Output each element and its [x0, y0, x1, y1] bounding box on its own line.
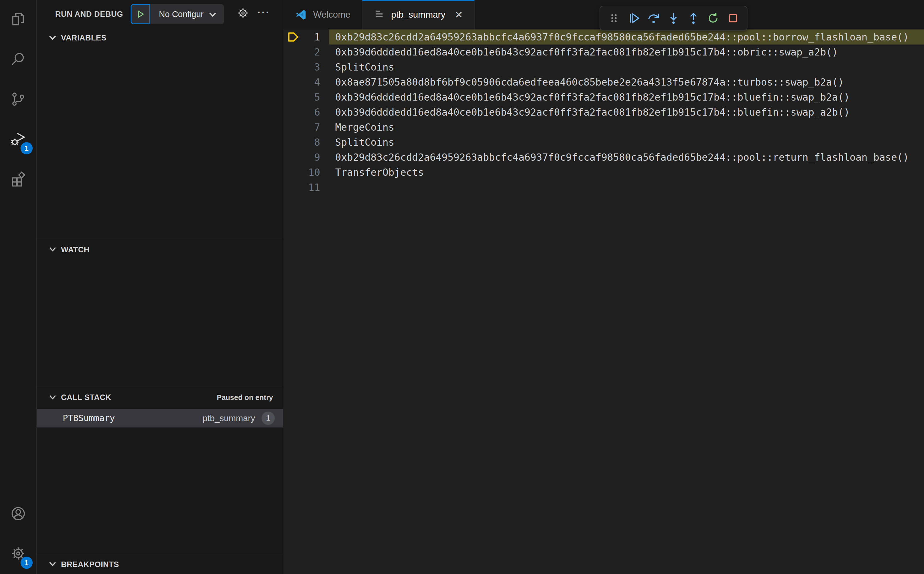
chevron-down-icon	[49, 246, 56, 253]
line-number: 3	[304, 61, 320, 73]
call-stack-label: CALL STACK	[61, 393, 111, 402]
code-line-text[interactable]: 0x8ae871505a80d8bf6bf9c05906cda6edfeea46…	[329, 74, 924, 90]
gutter[interactable]: 10	[283, 165, 329, 180]
sidebar-item-search[interactable]	[0, 40, 37, 80]
code-line-text[interactable]	[329, 180, 924, 195]
code-line-4: 4 0x8ae871505a80d8bf6bf9c05906cda6edfeea…	[283, 74, 924, 90]
code-line-text[interactable]: SplitCoins	[329, 60, 924, 74]
frame-name: PTBSummary	[63, 413, 115, 423]
chevron-down-icon	[49, 394, 56, 401]
tab-ptb-summary-label: ptb_summary	[391, 9, 445, 20]
watch-section-header[interactable]: WATCH	[37, 240, 283, 259]
code-line-5: 5 0xb39d6dddedd16ed8a40ce0b1e6b43c92acf0…	[283, 90, 924, 105]
paused-status-text: Paused on entry	[217, 393, 273, 402]
gutter[interactable]: 3	[283, 60, 329, 74]
code-line-6: 6 0xb39d6dddedd16ed8a40ce0b1e6b43c92acf0…	[283, 105, 924, 120]
play-icon	[135, 9, 145, 19]
line-number: 4	[304, 76, 320, 88]
sidebar-title: RUN AND DEBUG	[55, 10, 123, 19]
manage-button[interactable]: 1	[0, 534, 37, 574]
code-line-text[interactable]: MergeCoins	[329, 120, 924, 135]
activity-bar-bottom: 1	[0, 494, 37, 574]
code-line-text[interactable]: SplitCoins	[329, 135, 924, 150]
sidebar-item-source-control[interactable]	[0, 80, 37, 120]
gutter[interactable]: 2	[283, 44, 329, 60]
call-stack-section-header[interactable]: CALL STACK Paused on entry	[37, 388, 283, 407]
stop-button[interactable]	[725, 10, 741, 27]
gutter[interactable]: 4	[283, 74, 329, 90]
step-into-button[interactable]	[665, 10, 682, 27]
configuration-dropdown[interactable]: No Configur	[150, 4, 224, 24]
files-icon	[10, 11, 26, 28]
accounts-button[interactable]	[0, 494, 37, 534]
frame-source-file: ptb_summary	[203, 413, 255, 423]
debug-toolbar	[600, 6, 748, 31]
line-number: 10	[304, 167, 320, 178]
code-line-text[interactable]: 0xb39d6dddedd16ed8a40ce0b1e6b43c92acf0ff…	[329, 44, 924, 60]
vscode-logo-icon	[295, 9, 307, 21]
close-icon[interactable]: ✕	[455, 9, 463, 20]
configuration-dropdown-label: No Configur	[159, 9, 204, 19]
gear-icon	[237, 7, 249, 19]
more-actions-button[interactable]: ⋯	[257, 6, 269, 22]
line-number: 5	[304, 91, 320, 103]
editor-group: Welcome ptb_summary ✕	[283, 0, 924, 574]
sidebar-header: RUN AND DEBUG No Configur ⋯	[37, 0, 283, 28]
code-line-text[interactable]: 0xb39d6dddedd16ed8a40ce0b1e6b43c92acf0ff…	[329, 105, 924, 120]
breakpoints-label: BREAKPOINTS	[61, 560, 119, 569]
line-number: 6	[304, 106, 320, 118]
sidebar-item-explorer[interactable]	[0, 0, 37, 40]
frame-line-badge: 1	[261, 412, 275, 425]
watch-label: WATCH	[61, 245, 90, 254]
chevron-down-icon	[49, 35, 56, 41]
account-icon	[10, 506, 26, 523]
activity-bar: 1 1	[0, 0, 37, 574]
line-number: 7	[304, 121, 320, 133]
tab-ptb-summary[interactable]: ptb_summary ✕	[362, 0, 475, 30]
line-number: 2	[304, 46, 320, 58]
restart-button[interactable]	[705, 10, 721, 27]
gutter[interactable]: 1	[283, 30, 329, 44]
gutter[interactable]: 9	[283, 150, 329, 165]
search-icon	[10, 51, 26, 68]
call-stack-frame-row[interactable]: PTBSummary ptb_summary 1	[37, 409, 283, 427]
code-line-7: 7 MergeCoins	[283, 120, 924, 135]
tab-welcome-label: Welcome	[313, 9, 351, 20]
step-over-button[interactable]	[645, 10, 662, 27]
variables-label: VARIABLES	[61, 33, 107, 43]
code-line-text[interactable]: 0xb29d83c26cdd2a64959263abbcfc4a6937f0c9…	[329, 30, 924, 44]
gutter[interactable]: 5	[283, 90, 329, 105]
sidebar-item-extensions[interactable]	[0, 159, 37, 199]
gutter[interactable]: 7	[283, 120, 329, 135]
debug-settings-gear-button[interactable]	[237, 7, 249, 22]
variables-section: VARIABLES	[37, 28, 283, 240]
sidebar-item-run-and-debug[interactable]: 1	[0, 120, 37, 159]
activity-bar-top: 1	[0, 0, 37, 199]
breakpoints-section-header[interactable]: BREAKPOINTS	[37, 555, 283, 574]
gutter[interactable]: 8	[283, 135, 329, 150]
settings-badge: 1	[20, 557, 33, 569]
gutter[interactable]: 11	[283, 180, 329, 195]
continue-button[interactable]	[625, 10, 642, 27]
code-line-text[interactable]: 0xb29d83c26cdd2a64959263abbcfc4a6937f0c9…	[329, 150, 924, 165]
launch-configuration-control: No Configur	[131, 4, 224, 24]
debug-current-line-arrow-icon	[283, 30, 304, 44]
call-stack-section: CALL STACK Paused on entry PTBSummary pt…	[37, 388, 283, 555]
code-line-10: 10 TransferObjects	[283, 165, 924, 180]
gutter[interactable]: 6	[283, 105, 329, 120]
code-line-text[interactable]: TransferObjects	[329, 165, 924, 180]
tab-welcome[interactable]: Welcome	[283, 0, 362, 30]
chevron-down-icon	[49, 561, 56, 568]
debug-count-badge: 1	[20, 142, 33, 155]
breakpoints-section: BREAKPOINTS	[37, 555, 283, 574]
code-editor: 1 0xb29d83c26cdd2a64959263abbcfc4a6937f0…	[283, 30, 924, 574]
code-line-3: 3 SplitCoins	[283, 60, 924, 74]
list-file-icon	[374, 9, 385, 21]
step-out-button[interactable]	[685, 10, 702, 27]
start-debugging-button[interactable]	[131, 4, 150, 24]
source-control-icon	[10, 91, 26, 108]
line-number: 1	[304, 31, 320, 43]
variables-section-header[interactable]: VARIABLES	[37, 28, 283, 48]
code-line-text[interactable]: 0xb39d6dddedd16ed8a40ce0b1e6b43c92acf0ff…	[329, 90, 924, 105]
toolbar-drag-grip[interactable]	[606, 10, 622, 27]
